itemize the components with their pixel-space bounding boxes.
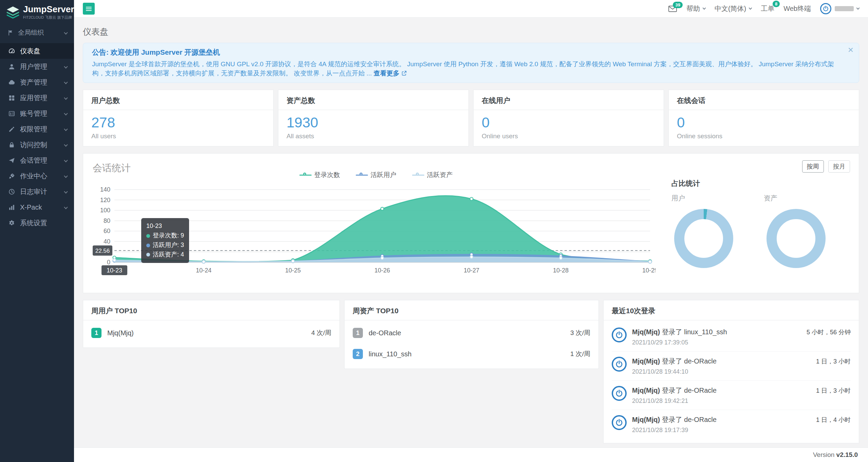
ticket-menu[interactable]: 工单 8 [761, 4, 774, 13]
version-label: Version [813, 451, 834, 458]
chevron-down-icon [64, 159, 68, 162]
stat-value: 1930 [287, 115, 460, 130]
help-menu[interactable]: 帮助 [686, 4, 705, 13]
avatar [612, 415, 627, 430]
svg-text:10-29: 10-29 [642, 267, 655, 274]
sidebar-item-permissions[interactable]: 权限管理 [0, 121, 74, 137]
footer: Version v2.15.0 [74, 447, 868, 462]
stat-card-total-assets: 资产总数 1930 All assets [278, 90, 469, 146]
see-more-link[interactable]: 查看更多 [374, 69, 407, 78]
user-menu[interactable] [820, 3, 859, 14]
session-line-chart[interactable]: 02040608010012014010-2310-2410-2510-2610… [92, 183, 655, 285]
sidebar-item-acl[interactable]: 访问控制 [0, 137, 74, 153]
main-column: 39 帮助 中文(简体) 工单 8 Web终端 [74, 0, 868, 462]
login-row: Mjq(Mjq) 登录了 linux_110_ssh 2021/10/29 17… [612, 322, 851, 352]
sidebar-item-label: 作业中心 [20, 172, 47, 181]
users-icon [8, 63, 15, 70]
id-card-icon [8, 110, 15, 117]
chevron-down-icon [64, 206, 68, 209]
avatar [612, 327, 627, 342]
sidebar-item-users[interactable]: 用户管理 [0, 59, 74, 74]
stat-cards: 用户总数 278 All users 资产总数 1930 All assets … [83, 90, 859, 146]
sidebar-item-label: 访问控制 [20, 140, 47, 149]
svg-text:100: 100 [100, 207, 110, 214]
rocket-icon [8, 173, 15, 180]
chevron-down-icon [702, 6, 706, 10]
chevron-down-icon [64, 65, 68, 69]
svg-text:140: 140 [100, 186, 110, 193]
login-row: Mjq(Mjq) 登录了 de-ORacle 2021/10/28 19:44:… [612, 352, 851, 381]
login-user: Mjq(Mjq) [632, 387, 660, 394]
mail-button[interactable]: 39 [668, 5, 677, 13]
topbar-right: 39 帮助 中文(简体) 工单 8 Web终端 [668, 3, 859, 14]
legend-item-logins[interactable]: 登录次数 [299, 171, 340, 179]
user-name: Mjq(Mjq) [107, 329, 311, 337]
sidebar-item-dashboard[interactable]: 仪表盘 [0, 43, 74, 59]
stat-title: 在线会话 [669, 90, 859, 110]
session-chart-area[interactable]: 02040608010012014010-2310-2410-2510-2610… [92, 183, 660, 285]
avatar [820, 3, 831, 14]
sidebar-item-sessions[interactable]: 会话管理 [0, 153, 74, 168]
sidebar-item-label: 仪表盘 [20, 47, 40, 56]
app-logo[interactable]: JumpServer FIT2CLOUD 飞致云 旗下品牌 [0, 0, 74, 24]
language-menu[interactable]: 中文(简体) [715, 4, 752, 13]
sidebar-item-jobs[interactable]: 作业中心 [0, 168, 74, 184]
login-row: Mjq(Mjq) 登录了 de-ORacle 2021/10/28 19:42:… [612, 381, 851, 410]
jumpserver-mark-icon [615, 389, 623, 397]
mail-badge: 39 [673, 2, 682, 8]
avatar [612, 357, 627, 372]
svg-text:60: 60 [104, 228, 110, 235]
svg-text:22.56: 22.56 [95, 248, 110, 254]
login-user: Mjq(Mjq) [632, 416, 660, 423]
users-donut-chart[interactable] [671, 206, 736, 271]
stat-value: 0 [482, 115, 655, 130]
jumpserver-logo-icon [5, 6, 20, 19]
announcement-banner: 公告: 欢迎使用 JumpServer 开源堡垒机 JumpServer 是全球… [83, 43, 859, 83]
sidebar-item-label: 账号管理 [20, 109, 47, 118]
paper-plane-icon [8, 157, 15, 164]
sidebar-item-label: 会话管理 [20, 156, 47, 165]
legend-marker [356, 173, 368, 177]
sidebar-item-audit[interactable]: 日志审计 [0, 184, 74, 199]
page-title: 仪表盘 [74, 18, 868, 43]
period-week-button[interactable]: 按周 [802, 160, 824, 173]
rank-badge: 1 [353, 328, 363, 338]
close-icon[interactable]: × [848, 45, 853, 55]
sidebar-toggle-button[interactable] [83, 3, 95, 15]
legend-label: 登录次数 [314, 171, 340, 179]
sidebar-item-xpack[interactable]: X-Pack [0, 199, 74, 215]
stat-title: 用户总数 [83, 90, 273, 110]
web-terminal-link[interactable]: Web终端 [783, 4, 811, 13]
ratio-donut-users[interactable]: 用户 [671, 194, 736, 271]
period-month-button[interactable]: 按月 [828, 160, 850, 173]
sidebar-item-applications[interactable]: 应用管理 [0, 90, 74, 106]
login-time: 2021/10/28 19:42:21 [632, 397, 811, 405]
jumpserver-mark-icon [615, 419, 623, 427]
cloud-icon [8, 79, 15, 86]
donut-label: 资产 [764, 194, 828, 203]
session-chart-column: 登录次数 活跃用户 活跃资产 0204 [92, 169, 660, 285]
login-duration: 5 小时，56 分钟 [807, 328, 851, 336]
assets-donut-chart[interactable] [764, 206, 828, 271]
announcement-text: JumpServer 是全球首款开源的堡垒机，使用 GNU GPL v2.0 开… [92, 60, 834, 77]
sidebar-nav: 仪表盘 用户管理 资产管理 应用管理 账号管理 [0, 43, 74, 231]
legend-item-active-assets[interactable]: 活跃资产 [412, 171, 453, 179]
svg-text:0: 0 [107, 259, 110, 266]
ratio-statistics: 占比统计 用户 资产 [660, 179, 850, 285]
login-count: 3 次/周 [570, 328, 590, 337]
web-terminal-label: Web终端 [783, 4, 811, 13]
chevron-down-icon [856, 6, 860, 10]
dashboard-icon [8, 48, 15, 55]
sidebar-item-settings[interactable]: 系统设置 [0, 215, 74, 231]
sidebar-item-assets[interactable]: 资产管理 [0, 74, 74, 90]
stat-subtitle: All users [91, 132, 265, 140]
avatar [612, 386, 627, 401]
org-selector[interactable]: 全局组织 [0, 24, 74, 41]
panel-top-assets: 周资产 TOP10 1 de-ORacle 3 次/周 2 linux_110_… [344, 300, 599, 369]
legend-item-active-users[interactable]: 活跃用户 [356, 171, 396, 179]
login-duration: 1 日，4 小时 [816, 416, 851, 424]
sidebar-item-accounts[interactable]: 账号管理 [0, 106, 74, 121]
version-number: v2.15.0 [836, 451, 858, 458]
ratio-donut-assets[interactable]: 资产 [764, 194, 828, 271]
rank-badge: 2 [353, 349, 363, 359]
